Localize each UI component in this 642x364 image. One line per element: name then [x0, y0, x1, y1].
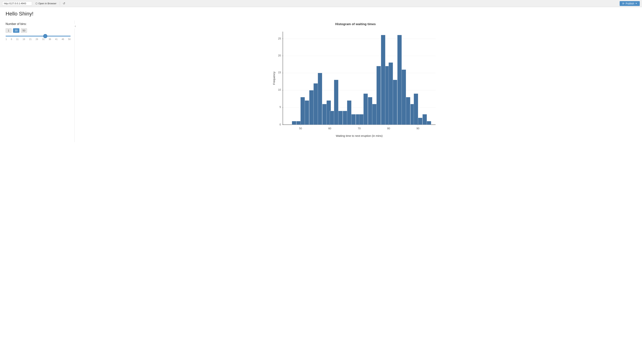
bar-22 [381, 35, 385, 125]
bar-14 [347, 100, 351, 125]
bar-1 [296, 121, 301, 125]
publish-icon: ⟳ [622, 2, 624, 5]
svg-text:50: 50 [299, 127, 302, 130]
tick-26: 26 [36, 38, 38, 40]
slider-max-label: 50 [21, 28, 27, 33]
svg-text:60: 60 [328, 127, 331, 130]
bar-26 [397, 35, 402, 125]
bar-4 [305, 100, 309, 125]
bar-28 [406, 97, 410, 125]
slider-min-label: 1 [6, 28, 12, 33]
slider-track-wrapper: 1 6 11 16 21 26 31 36 41 46 50 [6, 36, 71, 40]
svg-text:15: 15 [278, 71, 281, 74]
bar-13 [343, 111, 347, 125]
open-in-browser-icon: ⬡ [35, 2, 38, 5]
tick-11: 11 [16, 38, 19, 40]
bar-31 [418, 118, 422, 125]
toolbar-divider [60, 2, 60, 6]
page-content: Hello Shiny! ‹ Number of bins: 1 30 50 [0, 7, 642, 146]
bar-19 [368, 97, 372, 125]
tick-50: 50 [68, 38, 71, 40]
tick-36: 36 [49, 38, 51, 40]
bar-3 [300, 97, 305, 125]
chart-area: Histogram of waiting times 0 5 [75, 20, 636, 142]
svg-text:25: 25 [278, 37, 281, 40]
svg-text:70: 70 [358, 127, 361, 130]
tick-31: 31 [42, 38, 45, 40]
slider-track [6, 36, 71, 36]
histogram-svg: 0 5 10 15 20 25 [272, 28, 439, 140]
page-title: Hello Shiny! [6, 11, 636, 17]
bar-30 [414, 94, 418, 125]
svg-text:10: 10 [278, 88, 281, 91]
bins-label: Number of bins: [6, 22, 71, 26]
svg-text:0: 0 [279, 123, 281, 126]
main-layout: ‹ Number of bins: 1 30 50 1 [6, 20, 636, 142]
bar-5 [309, 90, 313, 125]
open-in-browser-button[interactable]: ⬡ Open in Browser [34, 2, 58, 6]
publish-button[interactable]: ⟳ Publish ▼ [620, 1, 640, 6]
slider-current-label: 30 [13, 28, 19, 33]
slider-thumb[interactable] [43, 34, 47, 38]
chart-title: Histogram of waiting times [335, 22, 376, 26]
bar-15 [351, 114, 356, 125]
bar-18 [364, 94, 368, 125]
bar-12 [338, 111, 343, 125]
bar-25 [393, 80, 397, 125]
svg-text:5: 5 [279, 106, 281, 108]
bar-27 [402, 70, 406, 125]
svg-text:90: 90 [416, 127, 419, 130]
x-axis-label: Waiting time to next eruption (in mins) [336, 134, 383, 137]
bar-10 [330, 111, 334, 125]
bins-slider-container: 1 30 50 1 6 11 16 21 26 [6, 28, 71, 40]
collapse-panel-button[interactable]: ‹ [74, 24, 77, 28]
bar-6 [313, 83, 318, 125]
url-bar[interactable]: http://127.0.0.1:4943 [2, 1, 32, 6]
sidebar-panel: ‹ Number of bins: 1 30 50 1 [6, 20, 75, 142]
chart-wrapper: 0 5 10 15 20 25 [272, 28, 439, 140]
bar-33 [427, 121, 431, 125]
bar-20 [372, 104, 377, 125]
browser-toolbar: http://127.0.0.1:4943 ⬡ Open in Browser … [0, 0, 642, 7]
bar-17 [359, 114, 364, 125]
svg-text:80: 80 [387, 127, 390, 130]
bar-11 [334, 80, 338, 125]
bar-24 [389, 62, 393, 125]
tick-6: 6 [11, 38, 12, 40]
bar-8 [322, 104, 327, 125]
y-axis-label: Frequency [272, 72, 275, 85]
tick-46: 46 [62, 38, 64, 40]
bar-21 [377, 66, 381, 125]
reload-button[interactable]: ↺ [62, 1, 66, 6]
slider-ticks: 1 6 11 16 21 26 31 36 41 46 50 [6, 38, 71, 40]
bar-7 [318, 73, 322, 125]
svg-text:20: 20 [278, 54, 281, 57]
bar-32 [423, 114, 427, 125]
slider-labels-top: 1 30 50 [6, 28, 71, 33]
tick-16: 16 [23, 38, 25, 40]
tick-1: 1 [6, 38, 7, 40]
bar-0 [292, 121, 296, 125]
tick-21: 21 [29, 38, 32, 40]
chevron-down-icon: ▼ [635, 2, 637, 4]
tick-41: 41 [55, 38, 58, 40]
